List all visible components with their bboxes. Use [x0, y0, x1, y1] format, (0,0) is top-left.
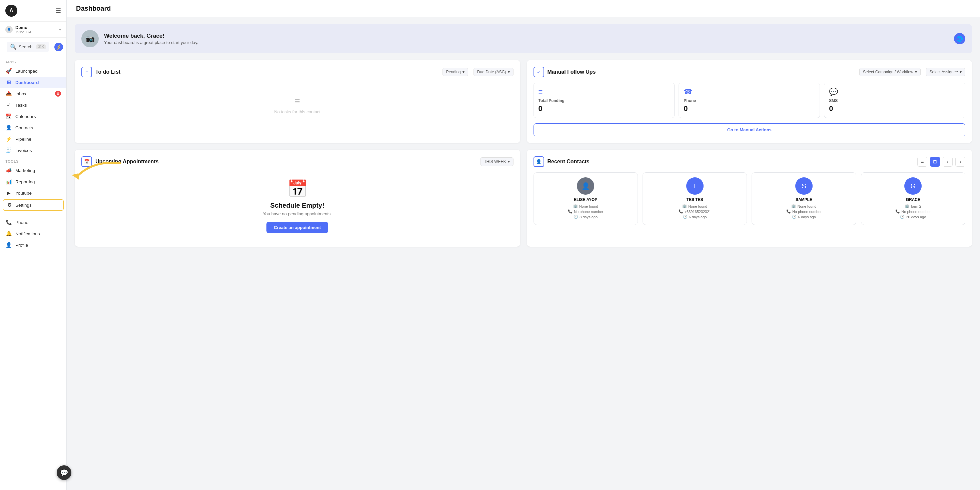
sidebar-item-label: Launchpad: [15, 68, 38, 74]
empty-calendar-icon: 📅: [287, 179, 308, 198]
followups-icon: ✓: [533, 67, 544, 77]
followups-stats: ≡ Total Pending 0 ☎ Phone 0 💬 SMS 0: [533, 83, 966, 118]
sidebar-item-youtube[interactable]: ▶ Youtube: [0, 187, 66, 199]
contact-avatar: T: [686, 177, 703, 195]
schedule-empty-state: 📅 Schedule Empty! You have no pending ap…: [81, 172, 514, 240]
phone-det-icon: 📞: [568, 209, 573, 214]
pipeline-icon: ⚡: [5, 136, 12, 142]
phone-det-icon: 📞: [786, 209, 791, 214]
todo-status-filter[interactable]: Pending ▾: [442, 68, 468, 76]
go-to-manual-actions-button[interactable]: Go to Manual Actions: [533, 123, 966, 136]
sidebar-item-reporting[interactable]: 📊 Reporting: [0, 176, 66, 187]
sidebar-item-launchpad[interactable]: 🚀 Launchpad: [0, 65, 66, 77]
tasks-icon: ✓: [5, 102, 12, 108]
dashboard-icon: ⊞: [5, 80, 12, 85]
stat-value: 0: [684, 104, 815, 113]
sidebar-item-label: Profile: [15, 243, 28, 248]
contact-avatar: S: [795, 177, 813, 195]
prev-contacts-button[interactable]: ‹: [943, 157, 953, 167]
contact-pipeline: 🏢 None found: [791, 204, 816, 208]
sidebar-item-profile[interactable]: 👤 Profile: [0, 239, 66, 251]
welcome-banner: 📷 Welcome back, Grace! Your dashboard is…: [75, 24, 972, 53]
contacts-title: Recent Contacts: [547, 159, 914, 165]
sidebar-item-label: Inbox: [15, 91, 26, 96]
sidebar-item-settings[interactable]: ⚙ Settings: [3, 199, 64, 211]
calendars-icon: 📅: [5, 113, 12, 119]
contact-time: 🕐 20 days ago: [900, 215, 926, 219]
contacts-grid: 👤 ELISE AYOP 🏢 None found 📞 No phone num…: [533, 172, 966, 225]
globe-icon[interactable]: 🌐: [954, 33, 965, 45]
sidebar-item-phone[interactable]: 📞 Phone: [0, 217, 66, 228]
select-assignee-dropdown[interactable]: Select Assignee ▾: [926, 68, 965, 76]
stat-value: 0: [539, 104, 670, 113]
stat-label: Phone: [684, 98, 815, 103]
chevron-down-icon: ▾: [463, 70, 465, 74]
stat-phone: ☎ Phone 0: [679, 83, 820, 118]
sidebar-item-invoices[interactable]: 🧾 Invoices: [0, 145, 66, 156]
clock-icon: 🕐: [574, 215, 578, 219]
next-contacts-button[interactable]: ›: [955, 157, 965, 167]
sidebar-item-pipeline[interactable]: ⚡ Pipeline: [0, 133, 66, 145]
sidebar-item-inbox[interactable]: 📥 Inbox 0: [0, 88, 66, 99]
sidebar-item-notifications[interactable]: 🔔 Notifications: [0, 228, 66, 239]
grid-view-button[interactable]: ⊞: [930, 157, 940, 167]
stat-label: Total Pending: [539, 98, 670, 103]
contact-name: GRACE: [906, 197, 920, 202]
contact-name: ELISE AYOP: [574, 197, 597, 202]
sidebar-item-contacts[interactable]: 👤 Contacts: [0, 122, 66, 133]
inbox-icon: 📥: [5, 91, 12, 97]
appointments-title: Upcoming Appointments: [95, 159, 477, 165]
pipeline-det-icon: 🏢: [905, 204, 910, 208]
contact-card[interactable]: S SAMPLE 🏢 None found 📞 No phone number …: [752, 172, 856, 225]
pipeline-det-icon: 🏢: [791, 204, 796, 208]
chevron-down-icon: ▾: [960, 70, 962, 74]
recent-contacts-card: 👤 Recent Contacts ≡ ⊞ ‹ › 👤 ELISE AYOP: [527, 150, 972, 247]
pipeline-det-icon: 🏢: [682, 204, 687, 208]
notifications-icon: 🔔: [5, 231, 12, 237]
sidebar-item-marketing[interactable]: 📣 Marketing: [0, 165, 66, 176]
todo-title: To do List: [95, 69, 439, 75]
marketing-icon: 📣: [5, 167, 12, 173]
contact-card[interactable]: G GRACE 🏢 form 2 📞 No phone number 🕐 20 …: [861, 172, 965, 225]
contact-time: 🕐 8 days ago: [574, 215, 598, 219]
profile-icon: 👤: [5, 242, 12, 248]
sidebar-item-calendars[interactable]: 📅 Calendars: [0, 111, 66, 122]
launchpad-icon: 🚀: [5, 68, 12, 74]
welcome-avatar: 📷: [81, 30, 99, 47]
account-info[interactable]: 👤 Demo Irvine, CA ▾: [0, 22, 66, 38]
schedule-empty-subtitle: You have no pending appointments.: [263, 212, 332, 216]
sidebar-item-label: Phone: [15, 220, 29, 225]
contact-name: SAMPLE: [795, 197, 812, 202]
create-appointment-button[interactable]: Create an appointment: [266, 222, 328, 233]
todo-empty-state: ≡ No tasks for this contact: [81, 83, 514, 128]
stat-total-pending: ≡ Total Pending 0: [533, 83, 675, 118]
inbox-badge: 0: [55, 91, 61, 97]
lightning-button[interactable]: ⚡: [54, 43, 63, 51]
stat-sms: 💬 SMS 0: [824, 83, 965, 118]
chat-bubble[interactable]: 💬: [57, 465, 72, 480]
contact-card[interactable]: 👤 ELISE AYOP 🏢 None found 📞 No phone num…: [533, 172, 638, 225]
dashboard-grid: ≡ To do List Pending ▾ Due Date (ASC) ▾ …: [67, 53, 980, 253]
phone-stat-icon: ☎: [684, 88, 815, 96]
sidebar-item-dashboard[interactable]: ⊞ Dashboard: [0, 77, 66, 88]
search-label: Search: [19, 45, 34, 49]
phone-det-icon: 📞: [895, 209, 900, 214]
page-header: Dashboard: [67, 0, 980, 18]
youtube-icon: ▶: [5, 190, 12, 196]
list-view-button[interactable]: ≡: [917, 157, 928, 167]
contact-card[interactable]: T TES TES 🏢 None found 📞 +639165232321 🕐…: [643, 172, 747, 225]
contact-pipeline: 🏢 None found: [682, 204, 707, 208]
search-bar[interactable]: 🔍 Search ⌘K: [7, 42, 49, 52]
contact-time: 🕐 6 days ago: [683, 215, 707, 219]
welcome-greeting: Welcome back, Grace!: [104, 33, 199, 39]
sidebar-item-label: Pipeline: [15, 137, 31, 142]
reporting-icon: 📊: [5, 179, 12, 185]
todo-date-filter[interactable]: Due Date (ASC) ▾: [474, 68, 514, 76]
select-campaign-dropdown[interactable]: Select Campaign / Workflow ▾: [859, 68, 921, 76]
appointments-week-filter[interactable]: THIS WEEK ▾: [480, 158, 513, 166]
hamburger-menu[interactable]: ☰: [56, 7, 61, 14]
stat-label: SMS: [829, 98, 960, 103]
search-shortcut: ⌘K: [37, 45, 46, 49]
sidebar-item-tasks[interactable]: ✓ Tasks: [0, 99, 66, 111]
appointments-icon: 📅: [81, 156, 92, 167]
